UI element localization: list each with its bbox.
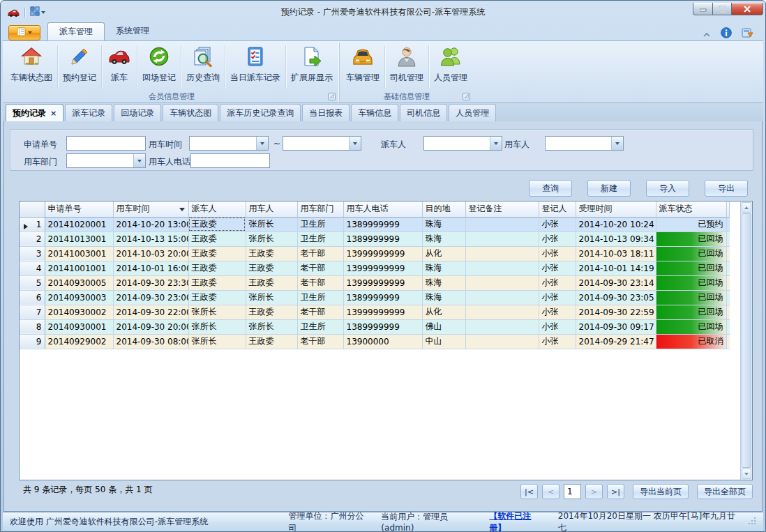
ribbon-button[interactable]: 车辆状态图 (6, 43, 57, 91)
row-indicator-cell[interactable]: 5 (20, 275, 45, 290)
cell-passenger[interactable]: 王政委 (246, 305, 297, 319)
ribbon-button[interactable]: 派车 (102, 43, 137, 91)
cell-dispatcher[interactable]: 王政委 (188, 231, 246, 246)
table-row[interactable]: 4201410010012014-10-01 16:00王政委王政委老干部139… (20, 261, 730, 275)
ribbon-button[interactable]: 司机管理 (385, 43, 428, 91)
cell-order-no[interactable]: 20141013001 (45, 231, 113, 246)
cell-dispatch-status[interactable]: 已回场 (656, 305, 726, 319)
row-indicator-cell[interactable]: 3 (20, 246, 45, 261)
cell-accept-time[interactable]: 2014-10-20 10:24 (576, 217, 656, 231)
action-button[interactable]: 导入 (646, 180, 689, 197)
cell-dept[interactable]: 卫生所 (297, 231, 343, 246)
export-current-page-button[interactable]: 导出当前页 (633, 484, 689, 499)
ribbon-button[interactable]: 人员管理 (429, 43, 472, 91)
cell-use-time[interactable]: 2014-10-03 20:00 (113, 246, 188, 261)
scrollbar-thumb[interactable] (742, 213, 751, 468)
cell-registrar[interactable]: 小张 (539, 290, 576, 305)
cell-remark[interactable] (465, 246, 539, 261)
cell-dept[interactable]: 卫生所 (297, 217, 343, 231)
cell-destination[interactable]: 从化 (422, 305, 465, 319)
cell-registrar[interactable]: 小张 (539, 319, 576, 334)
dialog-launcher-icon[interactable]: ◿ (328, 93, 336, 100)
table-row[interactable]: 3201410030012014-10-03 20:00王政委王政委老干部139… (20, 246, 730, 261)
cell-dept[interactable]: 老干部 (297, 305, 343, 319)
cell-phone[interactable]: 1389999999 (343, 231, 422, 246)
cell-destination[interactable]: 珠海 (422, 261, 465, 275)
cell-registrar[interactable]: 小张 (539, 275, 576, 290)
cell-destination[interactable]: 珠海 (422, 290, 465, 305)
cell-destination[interactable]: 珠海 (422, 275, 465, 290)
action-button[interactable]: 新建 (587, 180, 631, 197)
cell-accept-time[interactable]: 2014-10-03 18:11 (576, 246, 656, 261)
cell-dispatch-status[interactable]: 已回场 (656, 275, 726, 290)
cell-accept-time[interactable]: 2014-09-29 21:47 (576, 334, 656, 349)
cell-accept-time[interactable]: 2014-09-30 09:17 (576, 319, 656, 334)
cell-passenger[interactable]: 王政委 (246, 246, 297, 261)
resize-grip-icon[interactable] (749, 517, 756, 527)
row-indicator-cell[interactable]: 7 (20, 305, 45, 319)
cell-remark[interactable] (465, 261, 539, 275)
cell-remark[interactable] (465, 319, 539, 334)
cell-dispatcher[interactable]: 张所长 (188, 334, 246, 349)
action-button[interactable]: 查询 (529, 180, 572, 197)
cell-accept-time[interactable]: 2014-09-30 23:14 (576, 275, 656, 290)
cell-use-time[interactable]: 2014-10-20 13:00 (113, 217, 188, 231)
vertical-scrollbar[interactable] (740, 202, 752, 480)
cell-registrar[interactable]: 小张 (539, 305, 576, 319)
row-indicator-cell[interactable]: 9 (20, 334, 45, 349)
doc-tab[interactable]: 派车记录 (65, 104, 112, 121)
cell-dispatcher[interactable]: 张所长 (188, 319, 246, 334)
cell-remark[interactable] (465, 275, 539, 290)
table-row[interactable]: 5201409300052014-09-30 23:30王政委王政委老干部139… (20, 275, 730, 290)
scroll-up-icon[interactable] (742, 202, 751, 213)
cell-dispatch-status[interactable]: 已回场 (656, 319, 726, 334)
dept-combo[interactable] (66, 153, 146, 168)
page-number-input[interactable] (564, 484, 581, 499)
cell-dispatcher[interactable]: 王政委 (188, 261, 246, 275)
ribbon-tab-active[interactable]: 派车管理 (47, 22, 105, 40)
column-header[interactable]: 申请单号 (45, 202, 113, 217)
info-icon[interactable] (721, 27, 732, 40)
cell-phone[interactable]: 13999999999 (343, 246, 422, 261)
license-registered-link[interactable]: 【软件已注册】 (489, 510, 545, 532)
cell-passenger[interactable]: 王政委 (246, 334, 297, 349)
column-header[interactable]: 登记备注 (465, 202, 539, 217)
cell-registrar[interactable]: 小张 (539, 334, 576, 349)
export-all-pages-button[interactable]: 导出全部页 (697, 484, 753, 499)
cell-order-no[interactable]: 20141020001 (45, 217, 113, 231)
next-page-button[interactable]: > (585, 484, 603, 499)
cell-remark[interactable] (465, 290, 539, 305)
doc-tab[interactable]: 回场记录 (114, 104, 161, 121)
doc-tab[interactable]: 车辆状态图 (163, 104, 218, 121)
minimize-button[interactable] (693, 3, 713, 15)
cell-accept-time[interactable]: 2014-09-30 23:05 (576, 290, 656, 305)
row-indicator-cell[interactable]: 8 (20, 319, 45, 334)
layout-grid-icon[interactable] (30, 6, 45, 18)
column-header[interactable]: 目的地 (422, 202, 465, 217)
cell-dept[interactable]: 老干部 (297, 261, 343, 275)
row-indicator-cell[interactable]: 6 (20, 290, 45, 305)
cell-order-no[interactable]: 20140930001 (45, 319, 113, 334)
cell-phone[interactable]: 13900000 (343, 334, 422, 349)
column-header[interactable]: 用车部门 (297, 202, 343, 217)
use-time-to-combo[interactable] (283, 136, 361, 151)
cell-dispatch-status[interactable]: 已预约 (656, 217, 726, 231)
table-row[interactable]: 9201409290022014-09-30 08:00张所长王政委老干部139… (20, 334, 730, 349)
cell-dispatcher[interactable]: 张所长 (188, 305, 246, 319)
cell-registrar[interactable]: 小张 (539, 246, 576, 261)
cell-destination[interactable]: 珠海 (422, 231, 465, 246)
ribbon-button[interactable]: 预约登记 (58, 43, 101, 91)
cell-phone[interactable]: 13999999999 (343, 275, 422, 290)
app-car-icon[interactable] (7, 7, 20, 18)
cell-passenger[interactable]: 张所长 (246, 319, 297, 334)
help-window-icon[interactable] (742, 27, 753, 40)
table-row[interactable]: 6201409300032014-09-30 23:00王政委张所长卫生所138… (20, 290, 730, 305)
cell-destination[interactable]: 佛山 (422, 319, 465, 334)
cell-order-no[interactable]: 20141001001 (45, 261, 113, 275)
cell-registrar[interactable]: 小张 (539, 217, 576, 231)
cell-dispatch-status[interactable]: 已取消 (656, 334, 726, 349)
close-tab-icon[interactable]: × (50, 110, 57, 117)
cell-dispatch-status[interactable]: 已回场 (656, 246, 726, 261)
table-row[interactable]: 1201410200012014-10-20 13:00王政委张所长卫生所138… (20, 217, 730, 231)
ribbon-button[interactable]: 扩展屏显示 (286, 43, 338, 91)
